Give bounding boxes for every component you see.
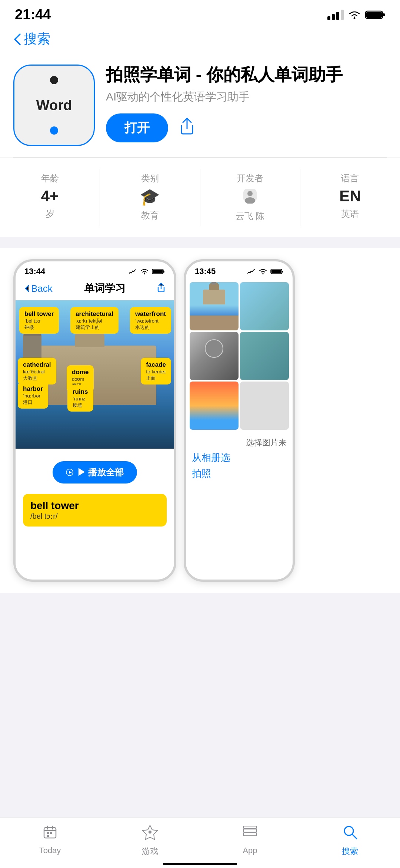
svg-rect-23	[47, 835, 49, 837]
svg-rect-21	[47, 832, 49, 834]
signal-icon	[327, 10, 344, 20]
info-strip: 年龄 4+ 岁 类别 🎓 教育 开发者 云飞 陈 语言 EN 英语	[0, 158, 400, 237]
svg-point-7	[144, 273, 145, 275]
category-sub: 教育	[141, 209, 159, 221]
play-all-label: ▶ 播放全部	[77, 466, 124, 478]
developer-sub: 云飞 陈	[236, 210, 265, 222]
app-icon-dot-top	[50, 76, 58, 84]
phone2-time: 13:45	[195, 267, 216, 276]
phone2-photo-grid	[186, 278, 293, 430]
phone1-nav: Back 单词学习	[16, 278, 174, 300]
phone1-share	[157, 283, 165, 295]
open-button[interactable]: 打开	[106, 113, 168, 142]
vocab-tag-facade: facade fəˈkeɪdeɪ 正面	[141, 358, 171, 385]
tab-today-label: Today	[39, 846, 61, 855]
tab-search[interactable]: 搜索	[300, 824, 400, 857]
language-sub: 英语	[341, 208, 359, 220]
vocab-tag-architectural: architectural ˌɑːrkɪˈtektʃəl 建筑学上的	[70, 307, 119, 334]
phone1-back-label: Back	[31, 283, 53, 294]
word-card: bell tower /bel tɔːr/	[23, 494, 167, 527]
share-button[interactable]	[179, 118, 195, 138]
age-value: 4+	[41, 187, 59, 205]
svg-marker-12	[69, 471, 72, 474]
status-icons	[327, 10, 385, 20]
games-icon	[142, 824, 158, 844]
back-button[interactable]: 搜索	[13, 30, 387, 48]
app-actions: 打开	[106, 113, 387, 142]
graduation-icon: 🎓	[140, 187, 160, 207]
phone2-select-text: 选择图片来	[186, 430, 293, 451]
vocab-tag-ruins: ruins ˈruɪnz 废墟	[67, 385, 93, 412]
info-category: 类别 🎓 教育	[100, 169, 200, 226]
phone1-back: Back	[24, 283, 53, 294]
vocab-tag-bell-tower: bell tower ˈbel tɔːr 钟楼	[19, 307, 59, 334]
app-icon: Word	[13, 65, 95, 146]
tab-app[interactable]: App	[200, 824, 300, 857]
tab-app-label: App	[243, 846, 257, 855]
tab-games[interactable]: 游戏	[100, 824, 200, 857]
nav-bar: 搜索	[0, 26, 400, 56]
info-language: 语言 EN 英语	[300, 169, 400, 226]
phone1-status: 13:44	[16, 261, 174, 278]
svg-point-13	[262, 273, 264, 275]
app-icon-text: Word	[36, 98, 72, 113]
screenshots-section: 13:44	[0, 248, 400, 593]
screenshot-1: 13:44	[13, 259, 176, 582]
play-all-button[interactable]: ▶ 播放全部	[53, 461, 137, 483]
vocab-tag-waterfront: waterfront ˈwɑːtəfront 水边的	[130, 307, 171, 334]
age-sub: 岁	[46, 208, 54, 220]
vocab-image: bell tower ˈbel tɔːr 钟楼 architectural ˌɑ…	[16, 300, 174, 449]
language-value: EN	[339, 187, 361, 205]
svg-rect-3	[366, 12, 382, 18]
svg-rect-15	[282, 271, 283, 273]
app-icon-tab	[242, 824, 258, 844]
phone2-photo-label: 拍照	[186, 464, 293, 483]
category-label: 类别	[141, 172, 159, 184]
tab-games-label: 游戏	[142, 846, 158, 857]
developer-label: 开发者	[237, 172, 263, 184]
phone1-time: 13:44	[24, 267, 45, 276]
svg-rect-2	[383, 13, 385, 16]
svg-rect-22	[50, 832, 52, 834]
photo-empty	[240, 382, 289, 430]
screenshots-scroll: 13:44	[0, 259, 400, 582]
phone1-nav-title: 单词学习	[84, 281, 126, 296]
svg-rect-16	[271, 270, 281, 273]
app-subtitle: AI驱动的个性化英语学习助手	[106, 89, 387, 105]
today-icon	[42, 824, 58, 844]
person-icon	[242, 187, 258, 207]
phone2-status-icons	[247, 268, 284, 275]
svg-rect-26	[243, 833, 257, 836]
svg-point-24	[149, 831, 151, 834]
phone2-status: 13:45	[186, 261, 293, 278]
photo-partial2	[240, 332, 289, 380]
screenshot-2: 13:45	[184, 259, 295, 582]
phone1-status-icons	[128, 268, 165, 275]
wifi-icon	[348, 10, 361, 20]
age-label: 年龄	[41, 172, 59, 184]
svg-point-0	[354, 17, 356, 19]
app-info: 拍照学单词 - 你的私人单词助手 AI驱动的个性化英语学习助手 打开	[106, 65, 387, 142]
search-icon	[342, 824, 358, 844]
app-title: 拍照学单词 - 你的私人单词助手	[106, 65, 387, 85]
svg-rect-9	[163, 271, 164, 273]
photo-venice	[190, 282, 239, 330]
info-age: 年龄 4+ 岁	[0, 169, 100, 226]
info-developer: 开发者 云飞 陈	[200, 169, 300, 226]
status-bar: 21:44	[0, 0, 400, 26]
svg-rect-27	[243, 826, 257, 828]
app-header: Word 拍照学单词 - 你的私人单词助手 AI驱动的个性化英语学习助手 打开	[0, 56, 400, 157]
word-phonetic: /bel tɔːr/	[30, 512, 159, 521]
vocab-tag-cathedral: cathedral kæˈθiːdrəl 大教堂	[18, 358, 56, 385]
tab-today[interactable]: Today	[0, 824, 100, 857]
svg-line-29	[352, 834, 357, 839]
phone2-album-label: 从相册选	[186, 451, 293, 464]
photo-sunset	[190, 382, 239, 430]
vocab-tag-harbor: harbor ˈhɑːrbər 港口	[18, 382, 48, 409]
tab-bar: Today 游戏 App 搜索	[0, 818, 400, 868]
svg-rect-10	[153, 270, 163, 273]
app-icon-dot-bottom	[50, 126, 58, 135]
language-label: 语言	[341, 172, 359, 184]
home-indicator	[163, 863, 237, 865]
photo-bw	[190, 332, 239, 380]
